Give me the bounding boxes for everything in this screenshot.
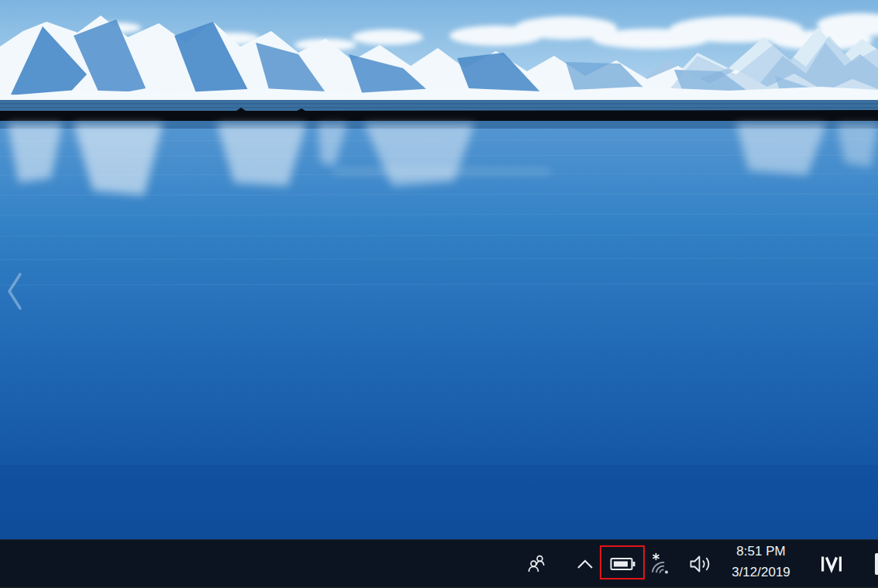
taskbar: 8:51 PM 3/12/2019	[0, 539, 878, 588]
battery-tray-button[interactable]	[610, 556, 636, 572]
taskbar-clock[interactable]: 8:51 PM 3/12/2019	[721, 540, 801, 588]
m-badge-tray-button[interactable]	[818, 555, 845, 573]
people-icon	[526, 553, 548, 575]
desktop-screen: 8:51 PM 3/12/2019	[0, 0, 878, 588]
clock-time: 8:51 PM	[721, 544, 801, 559]
people-tray-button[interactable]	[525, 553, 549, 575]
wifi-tray-button[interactable]	[651, 552, 676, 575]
wallpaper-scenery	[0, 0, 878, 588]
chevron-up-icon	[576, 559, 594, 569]
volume-speaker-icon	[689, 553, 712, 575]
battery-icon	[610, 556, 636, 572]
show-hidden-icons-button[interactable]	[575, 558, 595, 570]
m-badge-icon	[819, 555, 844, 573]
desktop-wallpaper	[0, 0, 878, 588]
wifi-not-connected-asterisk-icon	[651, 552, 676, 575]
clock-date: 3/12/2019	[721, 565, 801, 579]
clipped-edge-icon[interactable]	[875, 553, 878, 575]
volume-tray-button[interactable]	[687, 553, 714, 575]
